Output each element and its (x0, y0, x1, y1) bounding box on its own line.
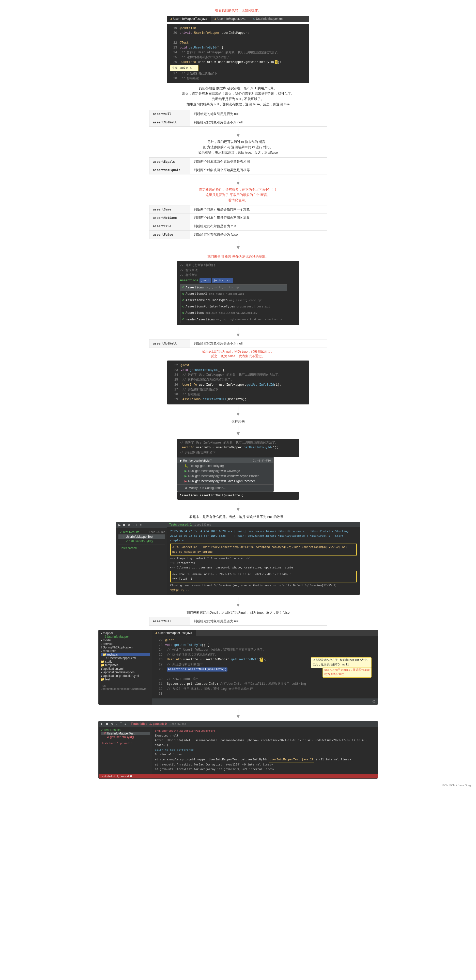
tab-userinfomapper[interactable]: J UserInfoMapper.java (211, 16, 249, 22)
dropdown-item-assertionsforinterface[interactable]: C AssertionsForInterfaceTypes org.assert… (180, 304, 287, 310)
stop-btn[interactable]: ⏹ (105, 722, 109, 725)
tab-bar-2: J UserInfoMapperTest.java (152, 630, 378, 636)
test-time: 1 sec 337 ms (149, 530, 165, 533)
toolbar-icon-3[interactable]: ↺ (128, 523, 130, 527)
dropdown-item-assertionsforclass[interactable]: C AssertionsForClassTypes org.assertj.co… (180, 297, 287, 304)
log-line-4: ==> Preparing: select * from userinfo wh… (170, 556, 357, 561)
arrow-2 (0, 175, 476, 186)
menu-item-run-coverage[interactable]: ▶ Run 'getUserInfoById()' with Coverage (177, 468, 273, 474)
assertions-table-3: assertSame 判断两个对象引用是否指向同一个对象 assertNotSa… (149, 205, 327, 239)
tree-mybatis[interactable]: 📁 mybatis (101, 653, 150, 656)
code-content-1: 19@Override 20private UserInfoMapper use… (167, 24, 309, 83)
passed-label: Tests passed: 1 (118, 544, 165, 551)
log-line-5: ==> Parameters: (170, 561, 357, 565)
rerun-btn[interactable]: ↺ (111, 722, 113, 725)
failed-content: ✓ Test Results ✗ UserInfoMapperTest ✗ ge… (99, 727, 378, 774)
click-diff-link[interactable]: Click to see difference (155, 748, 375, 752)
assertions-dropdown[interactable]: C Assertions org.junit.jupiter.api C Ass… (180, 284, 287, 323)
failed-tree-method[interactable]: ✗ getUserInfoById() (101, 735, 150, 739)
tab-userinfomappertest[interactable]: J UserInfoMapperTest.java (167, 16, 211, 22)
tree-model[interactable]: ▸ model (101, 638, 150, 642)
scroll-btn[interactable]: ↓ (116, 722, 118, 725)
dropdown-item-headerassertions[interactable]: C HeaderAssertions org.springframework.t… (180, 317, 287, 323)
annotation-id: 先将 id改为 1 。 (170, 65, 199, 72)
tree-testresults: ✓ Test Results 1 sec 337 ms (118, 530, 165, 535)
tree-templates[interactable]: 📁 templates (101, 663, 150, 667)
dropdown-item-assertionssunmail[interactable]: C Assertions com.sun.mail.internal.ws.po… (180, 310, 287, 317)
run-shortcut: Ctrl+Shift+F10 (253, 459, 271, 462)
failed-tree-test[interactable]: ✗ UserInfoMapperTest (101, 732, 150, 735)
arrow-9 (0, 709, 476, 720)
run-toolbar-1: Tests passed: 1 1 sec 337 ms (167, 522, 360, 527)
menu-item-debug[interactable]: 🐛 Debug 'getUserInfoById()' (177, 463, 273, 468)
check-icon-2: ✓ (123, 535, 125, 538)
toolbar-icon-6[interactable]: ≡ (140, 523, 142, 527)
dropdown-item-assertionskt[interactable]: C AssertionsKt org.junit.jupiter.api (180, 291, 287, 297)
section8-text: 我们来断言结果为null：返回的结果为null，则为 true。反之，则为fal… (0, 610, 476, 615)
caret-icon-3: ▸ (101, 642, 102, 646)
folder-icon-4: 📁 (101, 678, 104, 681)
toolbar-icon-5[interactable]: T (136, 523, 138, 527)
yml-icon-2: Y (101, 670, 103, 674)
table-row: assertSame 判断两个对象引用是否指向同一个对象 (149, 205, 327, 214)
tree-application-yml[interactable]: Y application.yml (101, 667, 150, 670)
run-context-menu[interactable]: ▶ Run 'getUserInfoById()' Ctrl+Shift+F10… (177, 457, 274, 492)
menu-item-run-flight[interactable]: ▶ Run 'getUserInfoById()' with Java Flig… (177, 479, 273, 484)
tab-userinfomapperxml[interactable]: X UserInfoMapper.xml (249, 16, 287, 22)
tree-mapper[interactable]: ▸ mapper (101, 632, 150, 635)
search-highlight-jupiter: jupiter.api (212, 278, 233, 283)
run-btn[interactable]: ▶ (101, 722, 103, 725)
file-link-1[interactable]: UserInfoMapperTest.java:29 (268, 757, 315, 762)
ide-full-2: ▸ mapper J UserInfoMapper ▸ model ▸ serv… (98, 630, 378, 705)
java-file-icon-1: J (105, 635, 106, 638)
tree-userinfomappertest[interactable]: ✓ UserInfoMapperTest (118, 535, 165, 539)
code-content-3: 22@Test 23void getUserInfoById() { 24 //… (152, 636, 378, 698)
class-icon-6: C (182, 317, 184, 322)
tree-application-develop[interactable]: Y application-develop.yml (101, 670, 150, 674)
class-icon-4: C (182, 305, 184, 309)
menu-btn[interactable]: ≡ (125, 722, 126, 725)
failed-run-container: ▶ ⏹ ↺ ↓ T ≡ Tests failed: 1, passed: 0 1… (98, 721, 378, 779)
class-icon-3: C (182, 298, 184, 303)
footer: ©CH ©Click Java Greg (0, 784, 471, 787)
svg-marker-13 (236, 508, 240, 511)
t-btn[interactable]: T (120, 722, 122, 725)
passed-status: Tests passed: 1 (169, 523, 192, 526)
tree-test[interactable]: 📁 test (101, 678, 150, 681)
file-tree-1: ✓ Test Results 1 sec 337 ms ✓ UserInfoMa… (117, 528, 167, 552)
log-line-9: Closing non transactional SqlSession [or… (170, 583, 357, 588)
toolbar-icon-2[interactable]: ⏹ (123, 523, 126, 527)
run-toolbar-2: ▶ ⏹ ↺ ↓ T ≡ Tests failed: 1, passed: 0 1… (99, 721, 378, 727)
balloon-note-2: userInfo不为null，要返回false视为测试不通过！ (323, 667, 371, 678)
run-label-bottom: Run: UserInfoMapperTest.getUserInfoById(… (101, 684, 150, 690)
tree-resources[interactable]: ▸ resources (101, 649, 150, 653)
menu-header: ▶ Run 'getUserInfoById()' Ctrl+Shift+F10 (177, 458, 273, 463)
log-line-8: <== Total: 1 (172, 577, 355, 581)
tree-userinfomapper-java[interactable]: J UserInfoMapper (101, 635, 150, 638)
tree-application-production[interactable]: Y application-production.yml (101, 674, 150, 678)
gear-icon[interactable]: ⚙ (372, 699, 375, 704)
toolbar-icon-1[interactable]: ▶ (118, 523, 121, 527)
yml-icon-1: Y (101, 667, 103, 670)
tree-service[interactable]: ▸ service (101, 642, 150, 646)
toolbar-icon-4[interactable]: ↓ (133, 523, 134, 527)
code-with-popup: // 开始进行断言判断如下 // 标准断法 // 标准断言 Assertions… (177, 261, 299, 325)
assertions-keyword: Assertions (180, 278, 198, 283)
svg-marker-11 (236, 433, 240, 436)
tree-static[interactable]: 📁 static (101, 660, 150, 663)
stack-line-2: at java.util.ArrayList.forEach(ArrayList… (155, 762, 375, 767)
tree-userinfomapper-xml[interactable]: X UserInfoMapper.xml (101, 656, 150, 660)
java-icon-3: J (155, 632, 157, 635)
dropdown-item-assertions[interactable]: C Assertions org.junit.jupiter.api (180, 285, 287, 291)
fail-icon-2: ✗ (107, 735, 109, 739)
search-highlight-junit: junit (200, 278, 211, 283)
menu-item-run-async[interactable]: ▶ Run 'getUserInfoById()' with Windows A… (177, 474, 273, 479)
tab-2-test[interactable]: J UserInfoMapperTest.java (152, 630, 196, 636)
tree-getuserinfo[interactable]: ✓ getUserInfoById() (118, 539, 165, 544)
menu-item-modify[interactable]: ⚙ Modify Run Configuration... (177, 485, 273, 490)
log-line-7: <== Row: 1, admin, admin, , 2021-12-06 1… (172, 572, 355, 577)
tree-springmb2app[interactable]: J SpringMb2Application (101, 646, 150, 649)
page-container: 在看我们的代码，该如何操作。 J UserInfoMapperTest.java… (0, 0, 476, 794)
coverage-icon: ▶ (185, 469, 187, 473)
table-row: assertNull 判断给定的对象引用是否为 null (149, 110, 327, 118)
